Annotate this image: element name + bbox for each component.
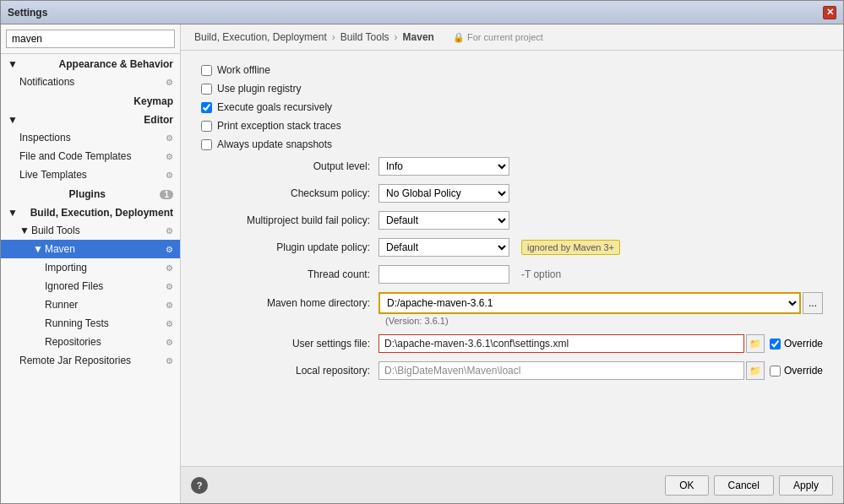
footer-left: ?: [191, 477, 208, 494]
plugin-update-label: Plugin update policy:: [201, 241, 378, 253]
user-settings-override-label: Override: [784, 338, 823, 350]
search-box: [1, 24, 180, 54]
local-repo-input[interactable]: [378, 361, 744, 380]
breadcrumb-part1: Build, Execution, Deployment: [194, 31, 327, 43]
multiproject-fail-label: Multiproject build fail policy:: [201, 214, 378, 226]
label-work-offline: Work offline: [217, 64, 270, 76]
local-repo-row: Local repository: 📁 Override: [201, 361, 823, 380]
checkbox-execute-goals-row: Execute goals recursively: [201, 101, 823, 113]
sidebar-label-repositories: Repositories: [45, 336, 101, 348]
plugin-update-row: Plugin update policy: Default Always Upd…: [201, 238, 823, 257]
sidebar-item-appearance-behavior[interactable]: ▼ Appearance & Behavior: [1, 54, 180, 73]
breadcrumb: Build, Execution, Deployment › Build Too…: [181, 24, 843, 51]
sidebar-label-file-code-templates: File and Code Templates: [19, 150, 132, 162]
sidebar-item-importing[interactable]: Importing ⚙: [1, 258, 180, 277]
sidebar-item-remote-jar[interactable]: Remote Jar Repositories ⚙: [1, 351, 180, 370]
local-repo-browse-button[interactable]: 📁: [746, 361, 765, 380]
checkbox-work-offline-row: Work offline: [201, 64, 823, 76]
user-settings-override-checkbox[interactable]: [770, 339, 781, 350]
sidebar-label-editor: Editor: [144, 114, 173, 126]
sidebar-label-maven: Maven: [45, 243, 75, 255]
sidebar-item-ignored-files[interactable]: Ignored Files ⚙: [1, 277, 180, 295]
checkbox-execute-goals[interactable]: [201, 102, 212, 113]
maven-home-row: Maven home directory: D:/apache-maven-3.…: [201, 292, 823, 314]
maven-home-browse-button[interactable]: ...: [803, 292, 823, 314]
sidebar-label-build-tools: Build Tools: [31, 225, 80, 236]
checkbox-plugin-registry[interactable]: [201, 84, 212, 95]
label-execute-goals: Execute goals recursively: [217, 101, 332, 113]
sidebar-item-file-code-templates[interactable]: File and Code Templates ⚙: [1, 147, 180, 165]
main-content: ▼ Appearance & Behavior Notifications ⚙ …: [1, 24, 843, 503]
checkbox-plugin-registry-row: Use plugin registry: [201, 83, 823, 95]
sidebar-label-plugins: Plugins: [69, 188, 106, 200]
sidebar-item-keymap[interactable]: Keymap: [1, 91, 180, 110]
multiproject-fail-row: Multiproject build fail policy: Default …: [201, 211, 823, 230]
settings-window: Settings ✕ ▼ Appearance & Behavior Notif…: [0, 0, 844, 504]
checkbox-always-update[interactable]: [201, 139, 212, 150]
sidebar-item-notifications[interactable]: Notifications ⚙: [1, 73, 180, 91]
ok-button[interactable]: OK: [665, 475, 708, 496]
multiproject-fail-select[interactable]: Default Fail At End Never Fail Fail Fast: [378, 211, 509, 230]
sidebar-label-appearance: Appearance & Behavior: [59, 58, 173, 70]
apply-button[interactable]: Apply: [779, 475, 833, 496]
maven-home-select[interactable]: D:/apache-maven-3.6.1: [378, 292, 801, 314]
sidebar-item-build-exec-deploy[interactable]: ▼ Build, Execution, Deployment: [1, 203, 180, 221]
sidebar-item-editor[interactable]: ▼ Editor: [1, 110, 180, 128]
checkbox-print-exception[interactable]: [201, 121, 212, 132]
close-button[interactable]: ✕: [823, 6, 836, 19]
settings-icon-running-tests: ⚙: [166, 319, 173, 328]
help-button[interactable]: ?: [191, 477, 208, 494]
title-bar: Settings ✕: [1, 1, 843, 24]
user-settings-label: User settings file:: [201, 338, 378, 350]
sidebar-item-build-tools[interactable]: ▼ Build Tools ⚙: [1, 221, 180, 240]
sidebar-label-inspections: Inspections: [19, 132, 71, 144]
checksum-policy-select[interactable]: No Global Policy Fail Warn Ignore: [378, 184, 509, 203]
thread-count-row: Thread count: -T option: [201, 265, 823, 284]
plugin-update-control: Default Always Update Never Update Inter…: [378, 238, 620, 257]
sidebar-item-inspections[interactable]: Inspections ⚙: [1, 128, 180, 147]
settings-icon-remote-jar: ⚙: [166, 356, 173, 366]
settings-icon-live-templates: ⚙: [166, 171, 173, 180]
user-settings-browse-button[interactable]: 📁: [746, 334, 765, 353]
footer: ? OK Cancel Apply: [181, 466, 843, 503]
breadcrumb-sep2: ›: [395, 31, 398, 43]
arrow-icon: ▼: [8, 58, 18, 70]
sidebar-item-repositories[interactable]: Repositories ⚙: [1, 333, 180, 351]
checksum-policy-control: No Global Policy Fail Warn Ignore: [378, 184, 509, 203]
checkbox-print-exception-row: Print exception stack traces: [201, 120, 823, 132]
local-repo-control: 📁 Override: [378, 361, 823, 380]
sidebar-item-live-templates[interactable]: Live Templates ⚙: [1, 165, 180, 184]
sidebar-label-keymap: Keymap: [133, 95, 173, 107]
settings-icon-file-code: ⚙: [166, 152, 173, 161]
sidebar-item-running-tests[interactable]: Running Tests ⚙: [1, 314, 180, 333]
maven-home-label: Maven home directory:: [201, 297, 378, 309]
settings-icon-ignored-files: ⚙: [166, 282, 173, 291]
local-repo-label: Local repository:: [201, 365, 378, 377]
thread-count-input[interactable]: [378, 265, 509, 284]
output-level-label: Output level:: [201, 160, 378, 172]
plugin-update-select[interactable]: Default Always Update Never Update Inter…: [378, 238, 509, 257]
for-current-label: 🔒 For current project: [453, 32, 543, 43]
output-level-row: Output level: Info Debug Warn Error: [201, 157, 823, 176]
settings-panel: Work offline Use plugin registry Execute…: [181, 51, 843, 466]
breadcrumb-sep1: ›: [332, 31, 335, 43]
search-input[interactable]: [6, 30, 175, 48]
plugins-badge: 1: [160, 190, 173, 199]
content-area: Build, Execution, Deployment › Build Too…: [181, 24, 843, 503]
sidebar-label-live-templates: Live Templates: [19, 169, 87, 181]
checkbox-always-update-row: Always update snapshots: [201, 138, 823, 150]
cancel-button[interactable]: Cancel: [714, 475, 774, 496]
output-level-select[interactable]: Info Debug Warn Error: [378, 157, 509, 176]
sidebar-item-maven[interactable]: ▼ Maven ⚙: [1, 240, 180, 258]
footer-buttons: OK Cancel Apply: [665, 475, 833, 496]
plugin-update-tooltip: ignored by Maven 3+: [521, 240, 620, 255]
checkbox-work-offline[interactable]: [201, 65, 212, 76]
checksum-policy-label: Checksum policy:: [201, 187, 378, 199]
sidebar-item-plugins[interactable]: Plugins 1: [1, 184, 180, 203]
local-repo-override-checkbox[interactable]: [770, 366, 781, 377]
arrow-icon-build: ▼: [8, 207, 18, 219]
settings-icon-notifications: ⚙: [166, 78, 173, 87]
user-settings-input[interactable]: [378, 334, 744, 353]
sidebar-item-runner[interactable]: Runner ⚙: [1, 295, 180, 314]
label-always-update: Always update snapshots: [217, 138, 332, 150]
